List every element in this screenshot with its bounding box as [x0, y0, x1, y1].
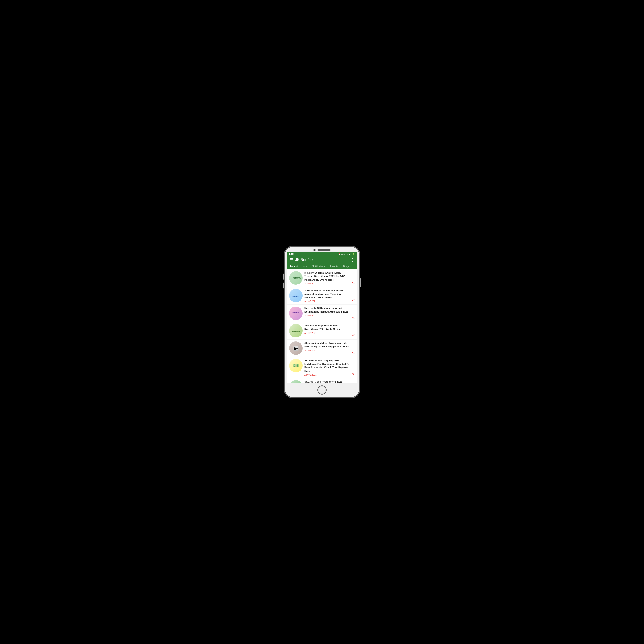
phone-frame: 6:59 ⏰ 0.05 4G ▲▼ 🔋 ☰ JK Notifier ⋮ Rece… — [284, 246, 360, 398]
home-button[interactable] — [317, 385, 327, 395]
tab-notifications[interactable]: Notifications — [310, 264, 328, 269]
speaker-icon — [317, 249, 331, 251]
tab-study[interactable]: Study M — [340, 264, 354, 269]
phone-screen: 6:59 ⏰ 0.05 4G ▲▼ 🔋 ☰ JK Notifier ⋮ Rece… — [287, 252, 357, 383]
news-content: University Of Kashmir Important Notifica… — [304, 307, 350, 317]
hamburger-menu-icon[interactable]: ☰ — [290, 257, 293, 262]
power-button[interactable] — [360, 278, 361, 287]
news-content: SKUAST Jobs Recruitment 2021 — [304, 380, 355, 383]
status-icons: ⏰ 0.05 4G ▲▼ 🔋 — [338, 253, 355, 255]
news-date: Apr 02,2021 — [304, 349, 350, 352]
news-thumbnail: 👨‍👧 — [289, 341, 303, 355]
news-item[interactable]: 🌿 SKUAST Jobs Recruitment 2021 — [287, 378, 357, 383]
volume-up-button[interactable] — [283, 273, 284, 280]
volume-down-button[interactable] — [283, 282, 284, 289]
share-icon[interactable] — [352, 351, 355, 355]
signal-icon: ▲▼ — [348, 253, 352, 255]
phone-bottom-area — [285, 383, 359, 397]
news-title: Ministry Of Tribal Affairs: EMRS Teacher… — [304, 271, 350, 282]
news-title: University Of Kashmir Important Notifica… — [304, 307, 350, 314]
tab-recent[interactable]: Recent — [287, 264, 300, 269]
app-bar: ☰ JK Notifier ⋮ — [287, 256, 357, 264]
share-icon[interactable] — [352, 299, 355, 303]
news-title: SKUAST Jobs Recruitment 2021 — [304, 380, 355, 383]
share-icon[interactable] — [352, 372, 355, 376]
news-thumbnail: JammuUniversity — [289, 289, 303, 302]
app-title: JK Notifier — [295, 258, 349, 262]
news-thumbnail: 🌿 — [289, 380, 303, 383]
share-icon[interactable] — [352, 334, 355, 337]
phone-top-area — [285, 247, 359, 252]
alarm-icon: ⏰ — [338, 253, 341, 255]
news-date: Apr 02,2021 — [304, 300, 350, 303]
news-content: Another Scholarship Payment Instalment F… — [304, 359, 350, 376]
status-time: 6:59 — [289, 253, 294, 255]
network-icon: 4G — [345, 253, 348, 255]
news-date: Apr 02,2021 — [304, 314, 350, 317]
news-title: Jobs in Jammu University for the posts o… — [304, 289, 350, 299]
news-thumbnail: GovtRecruitment — [289, 324, 303, 337]
share-icon[interactable] — [352, 316, 355, 320]
news-title: Another Scholarship Payment Instalment F… — [304, 359, 350, 373]
news-thumbnail: UniversityOf Ka — [289, 307, 303, 320]
news-item[interactable]: JammuUniversity Jobs in Jammu University… — [287, 287, 357, 304]
news-date: Apr 02,2021 — [304, 374, 350, 376]
news-item[interactable]: GovtRecruitment J&K Health Department Jo… — [287, 322, 357, 339]
news-content: J&K Health Department Jobs Recruitment 2… — [304, 324, 350, 334]
news-item[interactable]: 👨‍👧 After Losing Mother, Two Minor Kids … — [287, 340, 357, 357]
news-date: Apr 02,2021 — [304, 332, 350, 334]
news-date: Apr 02,2021 — [304, 282, 350, 285]
news-list: GOVERNMENTRECRUITMENT Ministry Of Tribal… — [287, 269, 357, 383]
news-thumbnail: GOVERNMENTRECRUITMENT — [289, 271, 303, 285]
tabs-bar: Recent Jobs Notifications Results Study … — [287, 264, 357, 269]
news-title: After Losing Mother, Two Minor Kids With… — [304, 341, 350, 348]
news-item[interactable]: 💵 Another Scholarship Payment Instalment… — [287, 357, 357, 378]
data-speed: 0.05 — [341, 253, 345, 255]
tab-jobs[interactable]: Jobs — [300, 264, 310, 269]
status-bar: 6:59 ⏰ 0.05 4G ▲▼ 🔋 — [287, 252, 357, 256]
front-camera-icon — [313, 249, 316, 251]
news-item[interactable]: UniversityOf Ka University Of Kashmir Im… — [287, 305, 357, 322]
news-item[interactable]: GOVERNMENTRECRUITMENT Ministry Of Tribal… — [287, 269, 357, 287]
tab-results[interactable]: Results — [328, 264, 340, 269]
more-options-icon[interactable]: ⋮ — [350, 257, 354, 262]
news-content: Jobs in Jammu University for the posts o… — [304, 289, 350, 303]
news-title: J&K Health Department Jobs Recruitment 2… — [304, 324, 350, 331]
battery-icon: 🔋 — [353, 253, 355, 255]
news-content: After Losing Mother, Two Minor Kids With… — [304, 341, 350, 352]
news-thumbnail: 💵 — [289, 359, 303, 372]
news-content: Ministry Of Tribal Affairs: EMRS Teacher… — [304, 271, 350, 285]
share-icon[interactable] — [352, 281, 355, 285]
